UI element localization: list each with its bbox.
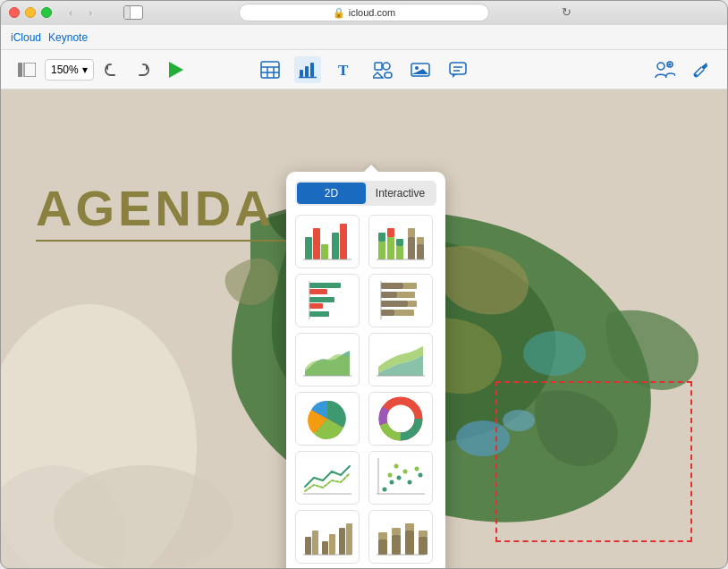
svg-rect-90 (305, 537, 311, 555)
svg-rect-94 (339, 528, 345, 555)
svg-rect-44 (378, 242, 385, 259)
svg-rect-66 (408, 301, 417, 307)
chart-item-scatter[interactable] (368, 451, 433, 505)
svg-rect-0 (18, 63, 22, 77)
icloud-brand[interactable]: iCloud (11, 31, 41, 44)
tab-2d[interactable]: 2D (297, 183, 366, 204)
svg-rect-49 (396, 239, 403, 246)
play-button[interactable] (164, 57, 189, 82)
svg-rect-55 (309, 283, 341, 288)
chart-item-column-grouped2[interactable] (295, 510, 360, 564)
svg-rect-68 (394, 310, 414, 316)
chart-item-area[interactable] (295, 333, 360, 386)
svg-rect-57 (309, 297, 334, 302)
chart-item-bar-h-grouped[interactable] (295, 274, 360, 327)
svg-rect-99 (392, 535, 401, 555)
svg-rect-41 (332, 233, 339, 259)
insert-chart-button[interactable] (294, 56, 321, 83)
back-button[interactable]: ‹ (63, 4, 79, 21)
slides-panel-button[interactable] (14, 57, 39, 82)
nav-buttons: ‹ › (63, 4, 98, 21)
redo-button[interactable] (130, 57, 155, 82)
title-bar: ‹ › 🔒 icloud.com ↻ (0, 0, 728, 25)
svg-rect-56 (309, 289, 327, 294)
chart-item-column-stacked2[interactable] (368, 510, 433, 564)
svg-rect-58 (309, 303, 323, 309)
svg-rect-14 (375, 63, 382, 70)
lock-icon: 🔒 (333, 7, 345, 19)
svg-point-80 (390, 480, 394, 485)
chart-item-bar-h-stacked[interactable] (368, 274, 433, 327)
traffic-lights (9, 7, 52, 18)
svg-rect-64 (397, 292, 415, 298)
chart-item-donut[interactable] (368, 392, 433, 446)
insert-text-button[interactable]: T (332, 56, 359, 83)
svg-rect-4 (261, 62, 279, 78)
svg-rect-52 (417, 244, 424, 259)
svg-marker-16 (373, 72, 383, 78)
center-toolbar: T (257, 56, 471, 83)
svg-rect-92 (322, 541, 328, 555)
svg-rect-98 (378, 532, 387, 539)
svg-rect-39 (313, 228, 320, 259)
undo-button[interactable] (99, 57, 124, 82)
svg-point-25 (657, 63, 665, 70)
url-text: icloud.com (349, 7, 396, 18)
zoom-control[interactable]: 150% ▾ (45, 59, 94, 81)
svg-point-33 (54, 465, 233, 569)
svg-rect-100 (392, 528, 401, 535)
svg-rect-42 (340, 224, 347, 259)
collaborate-button[interactable]: + (651, 56, 678, 83)
app-toolbar: iCloud Keynote (0, 25, 728, 50)
svg-point-79 (383, 488, 387, 492)
insert-shape-button[interactable] (369, 56, 396, 83)
minimize-button[interactable] (25, 7, 36, 18)
svg-rect-17 (385, 72, 392, 78)
svg-rect-63 (381, 292, 397, 298)
zoom-dropdown-arrow: ▾ (82, 64, 88, 76)
maximize-button[interactable] (41, 7, 52, 18)
svg-point-19 (415, 66, 419, 70)
svg-rect-103 (419, 537, 427, 555)
chart-item-bar-grouped[interactable] (295, 215, 360, 268)
chart-grid (295, 215, 436, 569)
insert-table-button[interactable] (257, 56, 284, 83)
sidebar-toggle-button[interactable] (123, 5, 143, 20)
agenda-title: AGENDA (36, 179, 275, 237)
svg-rect-38 (305, 237, 312, 259)
selection-rectangle (495, 381, 692, 542)
svg-rect-102 (405, 523, 414, 531)
svg-rect-50 (408, 237, 415, 259)
svg-rect-45 (378, 233, 385, 242)
svg-rect-104 (419, 531, 427, 537)
svg-rect-65 (381, 301, 408, 307)
svg-point-84 (408, 480, 412, 485)
svg-rect-61 (381, 283, 403, 289)
svg-rect-1 (24, 63, 36, 77)
chart-item-line[interactable] (295, 451, 360, 505)
insert-media-button[interactable] (407, 56, 434, 83)
svg-rect-9 (300, 70, 303, 77)
tab-interactive[interactable]: Interactive (366, 183, 435, 204)
svg-rect-53 (417, 237, 424, 244)
insert-comment-button[interactable] (444, 56, 471, 83)
svg-rect-101 (405, 531, 414, 555)
svg-text:+: + (667, 62, 671, 68)
svg-point-81 (388, 473, 393, 478)
svg-point-86 (419, 473, 423, 478)
zoom-level: 150% (51, 64, 79, 76)
url-bar[interactable]: 🔒 icloud.com (239, 4, 489, 21)
chart-type-tabs: 2D Interactive (295, 181, 436, 206)
chart-item-bar-stacked[interactable] (368, 215, 433, 268)
main-toolbar: 150% ▾ (0, 50, 728, 89)
forward-button[interactable]: › (82, 4, 98, 21)
chart-item-area-stacked[interactable] (368, 333, 433, 386)
app-name[interactable]: Keynote (48, 31, 88, 44)
close-button[interactable] (9, 7, 20, 18)
format-button[interactable] (687, 56, 714, 83)
svg-rect-67 (381, 310, 394, 316)
svg-point-83 (403, 470, 408, 474)
chart-item-pie[interactable] (295, 392, 360, 446)
svg-rect-62 (403, 283, 417, 289)
reload-button[interactable]: ↻ (562, 5, 571, 19)
